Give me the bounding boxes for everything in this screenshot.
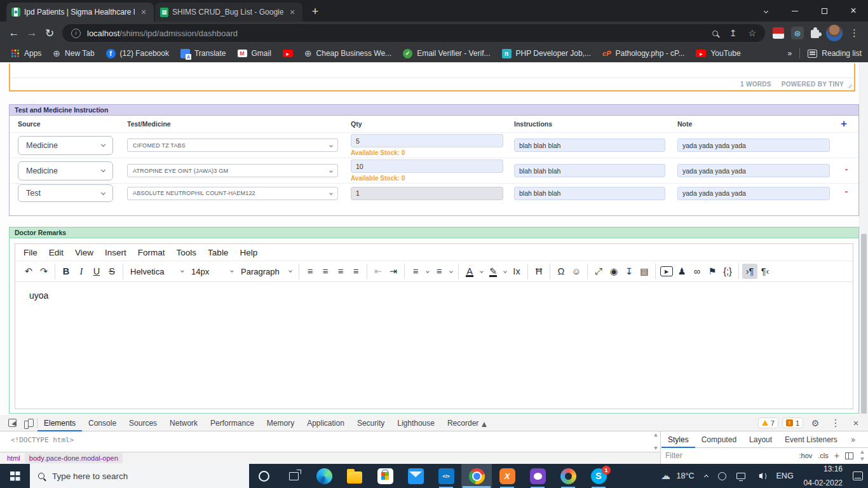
sidebar-tab-styles[interactable]: Styles: [661, 431, 695, 448]
font-size-select[interactable]: 14px: [187, 264, 237, 279]
link-icon[interactable]: ∞: [689, 264, 705, 279]
menu-help[interactable]: Help: [234, 245, 263, 260]
add-row-button[interactable]: +: [834, 118, 853, 130]
action-center-button[interactable]: [848, 464, 868, 488]
save-icon[interactable]: ↧: [621, 264, 637, 279]
taskbar-app-chrome[interactable]: [461, 464, 492, 488]
media-icon[interactable]: ▶: [660, 266, 673, 276]
styles-filter-input[interactable]: [665, 451, 794, 460]
bookmark-icon[interactable]: ⚑: [705, 264, 720, 279]
code-sample-icon[interactable]: {;}: [720, 264, 735, 279]
menu-table[interactable]: Table: [202, 245, 234, 260]
share-icon[interactable]: ↥: [729, 28, 737, 38]
minimize-button[interactable]: [780, 0, 810, 22]
font-family-select[interactable]: Helvetica: [126, 264, 187, 279]
resize-handle-icon[interactable]: [846, 83, 852, 88]
chevron-down-icon[interactable]: [447, 264, 455, 279]
devtools-tab-sources[interactable]: Sources: [123, 415, 163, 431]
profile-avatar[interactable]: [826, 25, 843, 41]
reading-list-button[interactable]: Reading list: [808, 49, 862, 58]
bullet-list-icon[interactable]: ≡: [431, 264, 447, 279]
taskbar-app-mail[interactable]: [400, 464, 431, 488]
chevron-down-icon[interactable]: [423, 264, 431, 279]
numbered-list-icon[interactable]: ≡: [408, 264, 423, 279]
test-medicine-select[interactable]: CIFOMED TZ TABS: [127, 139, 338, 152]
partial-editor[interactable]: 1 WORDS POWERED BY TINY: [9, 64, 855, 92]
reload-icon[interactable]: ↻: [41, 24, 58, 43]
close-window-button[interactable]: ×: [839, 0, 868, 22]
bookmark-item[interactable]: Translate: [175, 47, 231, 60]
devtools-tab-network[interactable]: Network: [163, 415, 204, 431]
back-icon[interactable]: ←: [5, 24, 23, 43]
highlight-color-icon[interactable]: ✎: [485, 264, 501, 279]
zoom-icon[interactable]: [712, 30, 718, 36]
pane-scrollbar[interactable]: [652, 433, 659, 450]
new-tab-button[interactable]: +: [308, 5, 323, 18]
outdent-icon[interactable]: ⇤: [370, 264, 386, 279]
align-center-icon[interactable]: ≡: [318, 264, 333, 279]
taskbar-app-edge[interactable]: [309, 464, 339, 488]
start-button[interactable]: [0, 464, 30, 488]
sidebar-more-icon[interactable]: »: [851, 435, 868, 444]
text-color-icon[interactable]: A: [462, 264, 477, 279]
browser-tab-shims-crud[interactable]: SHIMS CRUD_Bug List - Google S ×: [155, 3, 302, 22]
taskbar-search[interactable]: [30, 464, 249, 488]
chevron-down-icon[interactable]: [501, 264, 509, 279]
align-right-icon[interactable]: ≡: [333, 264, 348, 279]
network-button[interactable]: [731, 464, 750, 488]
source-select[interactable]: Medicine: [18, 161, 113, 180]
devtools-tab-recorder[interactable]: Recorder: [441, 415, 493, 431]
task-view-button[interactable]: [279, 464, 309, 488]
note-input[interactable]: [677, 187, 830, 200]
devtools-tab-console[interactable]: Console: [82, 415, 123, 431]
align-justify-icon[interactable]: ≡: [348, 264, 363, 279]
new-style-rule-button[interactable]: +: [834, 451, 839, 461]
bookmark-item[interactable]: Email Verifier - Verif...: [398, 47, 495, 60]
devtools-tab-performance[interactable]: Performance: [204, 415, 261, 431]
devtools-tab-security[interactable]: Security: [351, 415, 391, 431]
site-info-icon[interactable]: i: [71, 29, 81, 38]
instructions-input[interactable]: [514, 164, 665, 177]
test-medicine-select[interactable]: ABSOLUTE NEUTROPHIL COUNT-HAEM122: [127, 187, 338, 200]
indent-icon[interactable]: ⇥: [386, 264, 401, 279]
tab-search-icon[interactable]: [751, 0, 780, 22]
bookmark-star-icon[interactable]: ☆: [748, 28, 756, 38]
weather-widget[interactable]: 18°C: [654, 464, 700, 488]
taskbar-app-store[interactable]: [370, 464, 400, 488]
bookmark-item[interactable]: (12) Facebook: [101, 47, 174, 60]
address-bar[interactable]: i localhost /shims/ipd/admission/dashboa…: [62, 24, 765, 42]
bookmark-item[interactable]: PHP Developer Job,...: [497, 47, 597, 60]
menu-tools[interactable]: Tools: [171, 245, 203, 260]
sidebar-tab-layout[interactable]: Layout: [743, 431, 778, 448]
bookmark-item[interactable]: Cheap Business We...: [299, 46, 397, 60]
italic-icon[interactable]: I: [74, 264, 89, 279]
inspect-element-icon[interactable]: [4, 415, 20, 431]
devtools-tab-memory[interactable]: Memory: [261, 415, 301, 431]
taskbar-app-explorer[interactable]: [339, 464, 370, 488]
horizontal-rule-icon[interactable]: Ħ: [531, 264, 546, 279]
taskbar-search-input[interactable]: [52, 471, 211, 481]
underline-icon[interactable]: U: [89, 264, 104, 279]
breadcrumb-item[interactable]: body.pace-done.modal-open: [25, 453, 123, 463]
bookmark-item[interactable]: Pathology.php - cP...: [597, 47, 689, 60]
print-icon[interactable]: ▤: [637, 264, 652, 279]
editor-content[interactable]: uyoa: [15, 282, 853, 309]
note-input[interactable]: [677, 139, 830, 152]
qty-input[interactable]: [351, 134, 503, 147]
elements-tree-pane[interactable]: <!DOCTYPE html> htmlbody.pace-done.modal…: [0, 431, 661, 464]
extensions-puzzle-icon[interactable]: [811, 30, 819, 38]
device-toolbar-icon[interactable]: [20, 415, 37, 431]
react-devtools-extension-icon[interactable]: [791, 27, 804, 39]
bookmarks-overflow-icon[interactable]: »: [788, 49, 792, 58]
close-tab-icon[interactable]: ×: [139, 7, 149, 17]
redo-icon[interactable]: ↷: [36, 264, 51, 279]
devtools-menu-icon[interactable]: ⋮: [827, 417, 844, 429]
doctype-line[interactable]: <!DOCTYPE html>: [0, 431, 660, 444]
idm-extension-icon[interactable]: [773, 27, 784, 39]
maximize-button[interactable]: [810, 0, 839, 22]
issues-badge[interactable]: 1: [782, 417, 803, 428]
ltr-icon[interactable]: ›¶: [742, 264, 757, 279]
taskbar-app-xampp[interactable]: [492, 464, 522, 488]
sidebar-tab-event-listeners[interactable]: Event Listeners: [778, 431, 844, 448]
fullscreen-icon[interactable]: ⤢: [591, 264, 606, 279]
